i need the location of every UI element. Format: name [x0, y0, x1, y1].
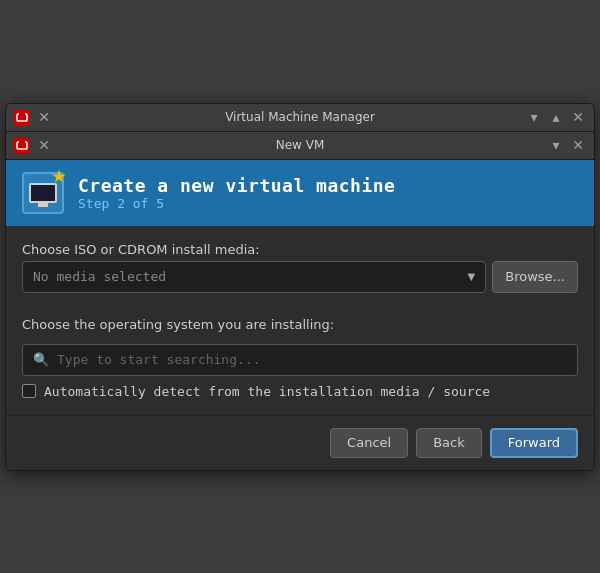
maximize-icon[interactable]: ▴ [548, 109, 564, 125]
wrench-icon[interactable]: ✕ [36, 109, 52, 125]
media-row: No media selected ▼ Browse... [22, 261, 578, 293]
autodetect-label: Automatically detect from the installati… [44, 384, 490, 399]
os-label: Choose the operating system you are inst… [22, 317, 578, 332]
media-dropdown[interactable]: No media selected ▼ [22, 261, 486, 293]
inner-titlebar-controls: ▾ ✕ [548, 137, 586, 153]
inner-titlebar-left: ✕ [14, 137, 52, 153]
close-icon[interactable]: ✕ [570, 109, 586, 125]
forward-button[interactable]: Forward [490, 428, 578, 458]
outer-titlebar-controls: ▾ ▴ ✕ [526, 109, 586, 125]
inner-chevron-icon[interactable]: ▾ [548, 137, 564, 153]
dialog-content: Choose ISO or CDROM install media: No me… [6, 226, 594, 415]
minimize-icon[interactable]: ▾ [526, 109, 542, 125]
search-box: 🔍 [22, 344, 578, 376]
autodetect-row: Automatically detect from the installati… [22, 384, 578, 399]
dialog-header: Create a new virtual machine Step 2 of 5 [6, 160, 594, 226]
vm-logo-icon [14, 109, 30, 125]
search-icon: 🔍 [33, 352, 49, 367]
media-section: Choose ISO or CDROM install media: No me… [22, 242, 578, 293]
monitor-icon [29, 183, 57, 203]
inner-close-icon[interactable]: ✕ [570, 137, 586, 153]
main-window: ✕ Virtual Machine Manager ▾ ▴ ✕ ✕ New VM… [5, 103, 595, 471]
autodetect-checkbox[interactable] [22, 384, 36, 398]
os-section: Choose the operating system you are inst… [22, 317, 578, 399]
svg-rect-3 [19, 140, 25, 144]
svg-rect-1 [19, 112, 25, 116]
media-dropdown-text: No media selected [33, 269, 166, 284]
inner-titlebar: ✕ New VM ▾ ✕ [6, 132, 594, 160]
inner-wrench-icon[interactable]: ✕ [36, 137, 52, 153]
back-button[interactable]: Back [416, 428, 482, 458]
header-text: Create a new virtual machine Step 2 of 5 [78, 175, 395, 211]
outer-titlebar-left-icons: ✕ [14, 109, 52, 125]
outer-titlebar: ✕ Virtual Machine Manager ▾ ▴ ✕ [6, 104, 594, 132]
os-search-input[interactable] [57, 352, 567, 367]
vm-header-icon [22, 172, 64, 214]
header-step: Step 2 of 5 [78, 196, 395, 211]
browse-button[interactable]: Browse... [492, 261, 578, 293]
media-label: Choose ISO or CDROM install media: [22, 242, 578, 257]
star-badge-icon [52, 170, 66, 184]
inner-titlebar-title: New VM [276, 138, 325, 152]
dialog-footer: Cancel Back Forward [6, 415, 594, 470]
inner-vm-logo [14, 137, 30, 153]
dropdown-arrow-icon: ▼ [468, 271, 476, 282]
outer-titlebar-title: Virtual Machine Manager [225, 110, 375, 124]
cancel-button[interactable]: Cancel [330, 428, 408, 458]
header-title: Create a new virtual machine [78, 175, 395, 196]
